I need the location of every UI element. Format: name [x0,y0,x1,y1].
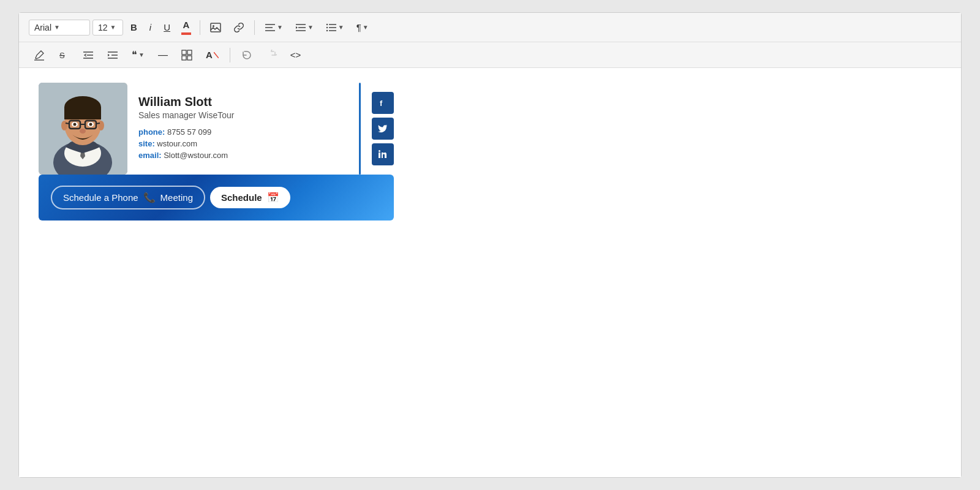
svg-rect-25 [187,56,192,60]
schedule-pill[interactable]: Schedule a Phone 📞 Meeting [51,186,205,209]
svg-point-8 [326,23,328,24]
divider3 [230,48,230,62]
calendar-icon: 📅 [267,192,279,203]
linkedin-button[interactable] [372,143,394,165]
svg-text:f: f [380,99,383,108]
signature-top: William Slott Sales manager WiseTour pho… [39,83,394,175]
font-size-arrow: ▼ [110,24,116,31]
paragraph-arrow: ▼ [363,24,369,31]
phone-value: 8755 57 099 [167,127,211,137]
linkedin-icon [378,149,388,159]
svg-line-26 [214,52,219,58]
svg-point-48 [379,150,380,152]
align-arrow: ▼ [277,24,283,31]
font-size-label: 12 [98,23,108,32]
svg-point-43 [74,123,77,126]
clearformat-button[interactable]: A [201,47,224,63]
svg-line-39 [66,123,69,124]
svg-rect-24 [182,56,186,60]
contact-email: email: Slott@wstour.com [138,151,345,160]
svg-point-45 [80,129,86,134]
person-name: William Slott [138,95,345,109]
svg-rect-22 [182,50,186,55]
font-family-select[interactable]: Arial ▼ [29,20,90,36]
bold-button[interactable]: B [126,19,142,36]
facebook-icon: f [378,98,388,108]
schedule-pill-text1: Schedule a Phone [63,192,138,203]
italic-button[interactable]: i [145,19,156,36]
source-button[interactable]: <> [285,47,306,63]
paragraph-icon: ¶ [356,22,361,32]
avatar-area [39,83,127,175]
redo-icon [266,50,277,61]
undo-button[interactable] [236,47,257,64]
source-icon: <> [290,50,301,60]
person-title: Sales manager WiseTour [138,110,345,120]
svg-point-10 [326,26,328,28]
social-area: f [367,83,394,175]
indent2-icon [107,51,118,59]
font-family-arrow: ▼ [54,24,60,31]
svg-point-35 [98,121,104,130]
undo-icon [241,50,252,61]
site-value: wstour.com [157,139,197,148]
toolbar-row2: S ❝ ▼ — [19,42,961,68]
highlight-button[interactable] [29,47,50,64]
info-area: William Slott Sales manager WiseTour pho… [138,83,353,175]
schedule-btn-text: Schedule [221,192,262,203]
hr-button[interactable]: — [153,47,173,64]
contact-site: site: wstour.com [138,139,345,148]
image-icon [210,22,221,33]
quote-button[interactable]: ❝ ▼ [127,46,149,64]
redo-button[interactable] [261,47,282,64]
facebook-button[interactable]: f [372,92,394,114]
align-icon [265,23,276,32]
font-family-label: Arial [34,23,51,32]
paragraph-button[interactable]: ¶ ▼ [352,19,374,36]
contact-phone: phone: 8755 57 099 [138,127,345,137]
svg-text:S: S [59,51,65,60]
phone-label: phone: [138,127,165,137]
insert-image-button[interactable] [205,19,226,36]
toolbar-row1: Arial ▼ 12 ▼ B i U A [19,13,961,42]
phone-icon: 📞 [143,192,156,203]
avatar [39,83,127,175]
list-button[interactable]: ▼ [321,20,349,35]
divider2 [254,20,255,35]
indent-icon [295,23,306,32]
site-label: site: [138,139,155,148]
content-area: William Slott Sales manager WiseTour pho… [19,68,961,477]
font-size-select[interactable]: 12 ▼ [92,20,123,36]
table-icon [181,50,192,61]
color-bar [181,32,191,35]
svg-line-40 [96,123,100,124]
list-arrow: ▼ [338,24,344,31]
editor-window: Arial ▼ 12 ▼ B i U A [18,12,962,478]
email-value: Slott@wstour.com [164,151,228,160]
font-color-button[interactable]: A [178,18,195,37]
insert-link-button[interactable] [228,19,249,36]
quote-arrow: ▼ [138,51,145,58]
strikethrough-button[interactable]: S [53,47,74,64]
align-button[interactable]: ▼ [260,20,288,35]
avatar-svg [39,83,127,175]
twitter-button[interactable] [372,118,394,140]
list-icon [326,23,337,32]
quote-icon: ❝ [132,49,137,61]
schedule-pill-text2: Meeting [160,192,193,203]
email-label: email: [138,151,162,160]
table-button[interactable] [176,47,197,64]
outdent-button[interactable] [78,48,99,62]
vertical-divider [359,83,361,175]
highlight-icon [34,50,45,61]
schedule-banner: Schedule a Phone 📞 Meeting Schedule 📅 [39,175,394,221]
indent-button[interactable]: ▼ [290,20,318,35]
svg-rect-33 [64,107,101,119]
twitter-icon [378,124,388,134]
underline-button[interactable]: U [159,19,175,36]
svg-point-34 [61,121,67,130]
signature-wrapper: William Slott Sales manager WiseTour pho… [39,83,394,221]
indent2-button[interactable] [102,48,123,62]
schedule-button[interactable]: Schedule 📅 [210,187,290,208]
link-icon [233,22,244,33]
